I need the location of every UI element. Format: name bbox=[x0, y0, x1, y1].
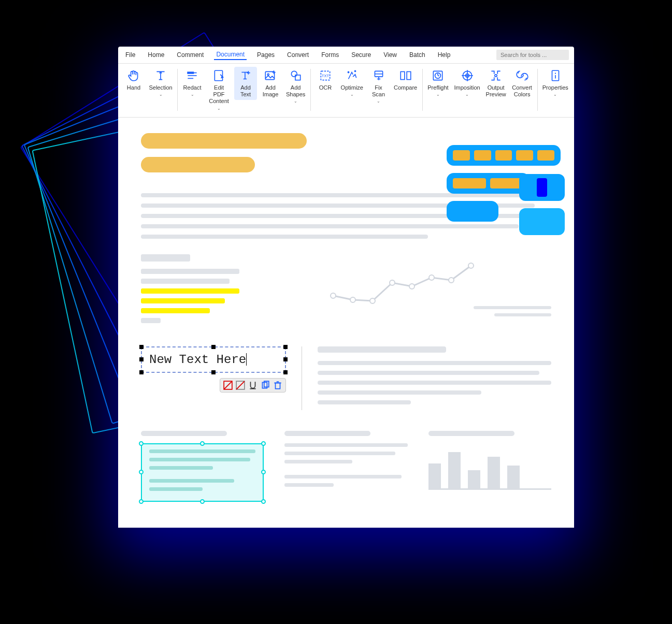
ribbon-optimize-button[interactable]: Optimize⌄ bbox=[339, 67, 365, 99]
search-input[interactable] bbox=[496, 50, 569, 60]
ribbon-convert-colors-button[interactable]: ConvertColors bbox=[510, 67, 534, 100]
ribbon-label: Selection bbox=[149, 84, 172, 91]
svg-line-35 bbox=[224, 381, 232, 389]
svg-point-7 bbox=[291, 71, 297, 77]
svg-point-22 bbox=[495, 75, 497, 77]
ribbon-label: ConvertColors bbox=[512, 84, 532, 98]
compare-icon bbox=[399, 69, 412, 82]
title-placeholder-1 bbox=[141, 133, 307, 149]
text-edit-mini-toolbar bbox=[220, 378, 286, 393]
ribbon-imposition-button[interactable]: Imposition⌄ bbox=[452, 67, 481, 99]
ribbon-label: AddShapes bbox=[286, 84, 305, 98]
edit-pdf-content-icon bbox=[212, 69, 226, 82]
title-placeholder-2 bbox=[141, 157, 255, 172]
menu-convert[interactable]: Convert bbox=[285, 50, 311, 60]
fix-scan-icon bbox=[372, 69, 385, 82]
no-fill-icon[interactable] bbox=[223, 381, 233, 390]
ribbon-label: Compare bbox=[394, 84, 417, 91]
menu-pages[interactable]: Pages bbox=[255, 50, 277, 60]
text-edit-content: New Text Here bbox=[149, 353, 246, 367]
decorative-org-chart bbox=[447, 145, 561, 229]
svg-point-31 bbox=[429, 275, 434, 280]
selection-icon bbox=[154, 69, 167, 82]
svg-point-11 bbox=[348, 71, 349, 72]
svg-rect-41 bbox=[276, 383, 280, 388]
convert-colors-icon bbox=[516, 69, 529, 82]
ribbon-label: Preflight bbox=[427, 84, 448, 91]
svg-point-33 bbox=[468, 263, 474, 268]
menu-home[interactable]: Home bbox=[146, 50, 166, 60]
col2 bbox=[284, 431, 407, 502]
ribbon-redact-button[interactable]: Redact⌄ bbox=[181, 67, 204, 99]
no-border-icon[interactable] bbox=[236, 381, 245, 390]
underline-icon[interactable] bbox=[248, 381, 258, 390]
menu-comment[interactable]: Comment bbox=[175, 50, 206, 60]
imposition-icon bbox=[461, 69, 474, 82]
menu-batch[interactable]: Batch bbox=[407, 50, 427, 60]
menu-secure[interactable]: Secure bbox=[349, 50, 373, 60]
menu-file[interactable]: File bbox=[123, 50, 137, 60]
svg-point-24 bbox=[555, 73, 556, 74]
ribbon-output-preview-button[interactable]: OutputPreview bbox=[484, 67, 508, 100]
delete-icon[interactable] bbox=[273, 381, 282, 390]
svg-point-28 bbox=[370, 298, 375, 303]
ribbon-label: Edit PDFContent bbox=[209, 84, 229, 105]
ribbon-label: Imposition bbox=[454, 84, 480, 91]
highlighted-block bbox=[141, 254, 239, 328]
svg-rect-15 bbox=[407, 71, 411, 79]
ribbon-label: AddImage bbox=[263, 84, 279, 98]
preflight-icon bbox=[431, 69, 445, 82]
ribbon-hand-button[interactable]: Hand bbox=[122, 67, 145, 93]
ribbon-label: Optimize bbox=[341, 84, 363, 91]
chevron-down-icon: ⌄ bbox=[465, 92, 469, 97]
add-image-icon bbox=[264, 69, 277, 82]
ribbon-edit-pdf-content-button[interactable]: Edit PDFContent⌄ bbox=[206, 67, 232, 113]
properties-icon bbox=[549, 69, 562, 82]
menu-document[interactable]: Document bbox=[214, 50, 247, 60]
ribbon-add-image-button[interactable]: AddImage bbox=[259, 67, 282, 100]
menu-view[interactable]: View bbox=[381, 50, 399, 60]
col3-bar-chart bbox=[428, 431, 551, 502]
selection-box[interactable] bbox=[141, 443, 264, 502]
redact-icon bbox=[185, 69, 199, 82]
col1-header bbox=[141, 431, 227, 436]
chevron-down-icon: ⌄ bbox=[436, 92, 440, 97]
svg-rect-5 bbox=[265, 71, 274, 79]
svg-point-29 bbox=[390, 280, 395, 285]
text-edit-box[interactable]: New Text Here bbox=[141, 346, 286, 373]
chevron-down-icon: ⌄ bbox=[350, 92, 354, 97]
svg-point-27 bbox=[350, 297, 355, 302]
menu-bar: File Home Comment Document Pages Convert… bbox=[118, 47, 574, 64]
ribbon-label: Properties bbox=[542, 84, 568, 91]
output-preview-icon bbox=[489, 69, 503, 82]
ribbon-fix-scan-button[interactable]: FixScan⌄ bbox=[367, 67, 390, 106]
svg-point-30 bbox=[409, 284, 414, 289]
ribbon-label: Redact bbox=[183, 84, 202, 91]
svg-text:TXT: TXT bbox=[322, 74, 330, 78]
svg-point-26 bbox=[331, 293, 336, 298]
ribbon-label: OutputPreview bbox=[486, 84, 506, 98]
add-text-icon bbox=[239, 69, 252, 82]
ribbon-add-text-button[interactable]: AddText bbox=[234, 67, 257, 100]
svg-rect-14 bbox=[401, 71, 405, 79]
ribbon-preflight-button[interactable]: Preflight⌄ bbox=[426, 67, 451, 99]
chevron-down-icon: ⌄ bbox=[294, 99, 297, 104]
pdf-editor-window: File Home Comment Document Pages Convert… bbox=[118, 47, 574, 528]
ribbon-properties-button[interactable]: Properties⌄ bbox=[541, 67, 570, 99]
ribbon-label: FixScan bbox=[372, 84, 385, 98]
copy-icon[interactable] bbox=[261, 381, 270, 390]
ribbon-compare-button[interactable]: Compare bbox=[392, 67, 419, 93]
svg-line-37 bbox=[236, 381, 245, 389]
chevron-down-icon: ⌄ bbox=[191, 92, 194, 97]
optimize-icon bbox=[345, 69, 359, 82]
menu-forms[interactable]: Forms bbox=[319, 50, 341, 60]
ribbon-toolbar: HandSelection⌄Redact⌄Edit PDFContent⌄Add… bbox=[118, 64, 574, 118]
ribbon-ocr-button[interactable]: TXTOCR bbox=[314, 67, 337, 93]
chevron-down-icon: ⌄ bbox=[159, 92, 163, 97]
svg-point-12 bbox=[355, 70, 356, 71]
ribbon-label: OCR bbox=[319, 84, 332, 91]
menu-help[interactable]: Help bbox=[436, 50, 453, 60]
ribbon-selection-button[interactable]: Selection⌄ bbox=[147, 67, 174, 99]
ribbon-add-shapes-button[interactable]: AddShapes⌄ bbox=[284, 67, 307, 106]
svg-point-32 bbox=[449, 278, 454, 283]
